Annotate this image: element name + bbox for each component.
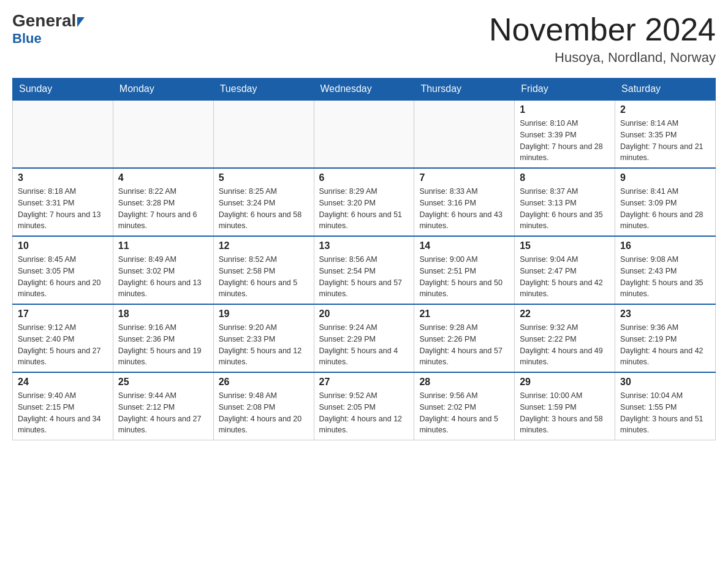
day-number: 22 [520,308,610,320]
calendar-weekday-saturday: Saturday [615,79,716,101]
calendar-day: 7Sunrise: 8:33 AMSunset: 3:16 PMDaylight… [414,168,515,236]
day-info: Sunrise: 9:24 AMSunset: 2:29 PMDaylight:… [319,322,409,368]
day-info: Sunrise: 8:41 AMSunset: 3:09 PMDaylight:… [620,186,710,232]
day-info: Sunrise: 8:25 AMSunset: 3:24 PMDaylight:… [219,186,309,232]
calendar-day: 29Sunrise: 10:00 AMSunset: 1:59 PMDaylig… [515,372,615,440]
calendar-header-row: SundayMondayTuesdayWednesdayThursdayFrid… [13,79,716,101]
calendar-day: 25Sunrise: 9:44 AMSunset: 2:12 PMDayligh… [113,372,213,440]
day-number: 23 [620,308,710,320]
logo-blue: Blue [12,31,42,47]
calendar-week-row: 24Sunrise: 9:40 AMSunset: 2:15 PMDayligh… [13,372,716,440]
day-info: Sunrise: 9:52 AMSunset: 2:05 PMDaylight:… [319,390,409,436]
day-info: Sunrise: 8:52 AMSunset: 2:58 PMDaylight:… [219,254,309,300]
calendar-day [314,100,414,168]
day-number: 30 [620,377,710,388]
calendar-day: 10Sunrise: 8:45 AMSunset: 3:05 PMDayligh… [13,236,113,304]
day-info: Sunrise: 9:44 AMSunset: 2:12 PMDaylight:… [118,390,208,436]
day-number: 26 [219,377,309,388]
day-number: 12 [219,240,309,251]
calendar-day: 4Sunrise: 8:22 AMSunset: 3:28 PMDaylight… [113,168,213,236]
calendar-day [213,100,314,168]
day-info: Sunrise: 9:32 AMSunset: 2:22 PMDaylight:… [520,322,610,368]
calendar-day: 16Sunrise: 9:08 AMSunset: 2:43 PMDayligh… [615,236,716,304]
day-info: Sunrise: 9:40 AMSunset: 2:15 PMDaylight:… [18,390,108,436]
day-info: Sunrise: 8:49 AMSunset: 3:02 PMDaylight:… [118,254,208,300]
calendar-day: 19Sunrise: 9:20 AMSunset: 2:33 PMDayligh… [213,304,314,372]
calendar-title: November 2024 [489,12,716,47]
day-number: 18 [118,308,208,320]
logo-text: General [12,12,85,29]
day-number: 6 [319,172,409,183]
calendar-day: 15Sunrise: 9:04 AMSunset: 2:47 PMDayligh… [515,236,615,304]
calendar-weekday-thursday: Thursday [414,79,515,101]
calendar-weekday-tuesday: Tuesday [213,79,314,101]
calendar-table: SundayMondayTuesdayWednesdayThursdayFrid… [12,78,716,440]
calendar-day: 28Sunrise: 9:56 AMSunset: 2:02 PMDayligh… [414,372,515,440]
day-number: 9 [620,172,710,183]
day-number: 3 [18,172,108,183]
calendar-weekday-friday: Friday [515,79,615,101]
calendar-weekday-wednesday: Wednesday [314,79,414,101]
day-number: 1 [520,104,610,115]
calendar-day: 27Sunrise: 9:52 AMSunset: 2:05 PMDayligh… [314,372,414,440]
day-info: Sunrise: 9:56 AMSunset: 2:02 PMDaylight:… [419,390,509,436]
day-info: Sunrise: 8:18 AMSunset: 3:31 PMDaylight:… [18,186,108,232]
day-number: 20 [319,308,409,320]
day-number: 5 [219,172,309,183]
day-number: 24 [18,377,108,388]
calendar-day: 26Sunrise: 9:48 AMSunset: 2:08 PMDayligh… [213,372,314,440]
day-info: Sunrise: 8:10 AMSunset: 3:39 PMDaylight:… [520,118,610,164]
calendar-day: 30Sunrise: 10:04 AMSunset: 1:55 PMDaylig… [615,372,716,440]
logo: General Blue [12,12,85,47]
calendar-day [13,100,113,168]
calendar-day [414,100,515,168]
day-info: Sunrise: 8:29 AMSunset: 3:20 PMDaylight:… [319,186,409,232]
day-info: Sunrise: 10:04 AMSunset: 1:55 PMDaylight… [620,390,710,436]
day-number: 15 [520,240,610,251]
calendar-day: 6Sunrise: 8:29 AMSunset: 3:20 PMDaylight… [314,168,414,236]
calendar-day: 9Sunrise: 8:41 AMSunset: 3:09 PMDaylight… [615,168,716,236]
calendar-day: 8Sunrise: 8:37 AMSunset: 3:13 PMDaylight… [515,168,615,236]
day-info: Sunrise: 8:37 AMSunset: 3:13 PMDaylight:… [520,186,610,232]
calendar-day: 3Sunrise: 8:18 AMSunset: 3:31 PMDaylight… [13,168,113,236]
calendar-day: 5Sunrise: 8:25 AMSunset: 3:24 PMDaylight… [213,168,314,236]
calendar-day: 20Sunrise: 9:24 AMSunset: 2:29 PMDayligh… [314,304,414,372]
calendar-day: 22Sunrise: 9:32 AMSunset: 2:22 PMDayligh… [515,304,615,372]
day-info: Sunrise: 8:56 AMSunset: 2:54 PMDaylight:… [319,254,409,300]
calendar-day: 17Sunrise: 9:12 AMSunset: 2:40 PMDayligh… [13,304,113,372]
calendar-subtitle: Husoya, Nordland, Norway [489,50,716,66]
day-number: 29 [520,377,610,388]
calendar-day: 21Sunrise: 9:28 AMSunset: 2:26 PMDayligh… [414,304,515,372]
day-number: 2 [620,104,710,115]
day-info: Sunrise: 9:48 AMSunset: 2:08 PMDaylight:… [219,390,309,436]
day-info: Sunrise: 8:22 AMSunset: 3:28 PMDaylight:… [118,186,208,232]
day-number: 7 [419,172,509,183]
day-number: 21 [419,308,509,320]
day-info: Sunrise: 9:16 AMSunset: 2:36 PMDaylight:… [118,322,208,368]
calendar-day [113,100,213,168]
day-info: Sunrise: 9:28 AMSunset: 2:26 PMDaylight:… [419,322,509,368]
calendar-day: 23Sunrise: 9:36 AMSunset: 2:19 PMDayligh… [615,304,716,372]
day-number: 25 [118,377,208,388]
calendar-week-row: 17Sunrise: 9:12 AMSunset: 2:40 PMDayligh… [13,304,716,372]
day-number: 10 [18,240,108,251]
calendar-day: 18Sunrise: 9:16 AMSunset: 2:36 PMDayligh… [113,304,213,372]
calendar-day: 2Sunrise: 8:14 AMSunset: 3:35 PMDaylight… [615,100,716,168]
page-header: General Blue November 2024 Husoya, Nordl… [12,12,716,66]
day-number: 4 [118,172,208,183]
day-number: 28 [419,377,509,388]
day-info: Sunrise: 9:08 AMSunset: 2:43 PMDaylight:… [620,254,710,300]
day-info: Sunrise: 9:36 AMSunset: 2:19 PMDaylight:… [620,322,710,368]
calendar-day: 12Sunrise: 8:52 AMSunset: 2:58 PMDayligh… [213,236,314,304]
day-number: 27 [319,377,409,388]
day-info: Sunrise: 10:00 AMSunset: 1:59 PMDaylight… [520,390,610,436]
day-number: 11 [118,240,208,251]
day-number: 17 [18,308,108,320]
title-block: November 2024 Husoya, Nordland, Norway [489,12,716,66]
day-info: Sunrise: 9:12 AMSunset: 2:40 PMDaylight:… [18,322,108,368]
calendar-day: 1Sunrise: 8:10 AMSunset: 3:39 PMDaylight… [515,100,615,168]
calendar-week-row: 1Sunrise: 8:10 AMSunset: 3:39 PMDaylight… [13,100,716,168]
calendar-weekday-sunday: Sunday [13,79,113,101]
day-info: Sunrise: 9:00 AMSunset: 2:51 PMDaylight:… [419,254,509,300]
calendar-weekday-monday: Monday [113,79,213,101]
